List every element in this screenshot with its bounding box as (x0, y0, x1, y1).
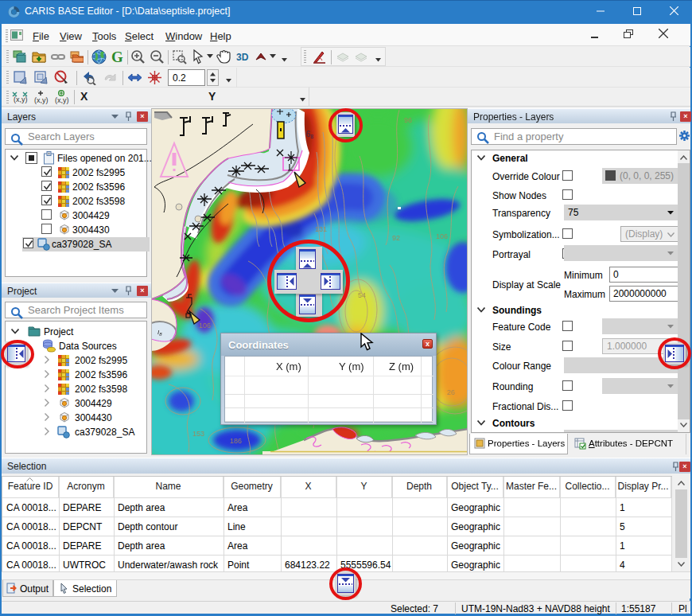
svg-text:3D: 3D (236, 52, 249, 62)
svg-text:96: 96 (404, 116, 412, 124)
svg-text:(x,y): (x,y) (14, 96, 28, 103)
svg-text:54: 54 (358, 291, 366, 299)
svg-text:186: 186 (230, 437, 242, 445)
svg-text:92: 92 (392, 234, 400, 242)
svg-text:153: 153 (192, 430, 204, 438)
svg-text:(x,y): (x,y) (55, 96, 69, 104)
svg-text:131: 131 (315, 225, 327, 233)
svg-text:106: 106 (199, 322, 211, 329)
svg-text:(x,y): (x,y) (34, 96, 49, 104)
svg-text:26: 26 (447, 388, 455, 396)
svg-text:G: G (111, 49, 123, 64)
svg-text:106: 106 (436, 232, 448, 240)
